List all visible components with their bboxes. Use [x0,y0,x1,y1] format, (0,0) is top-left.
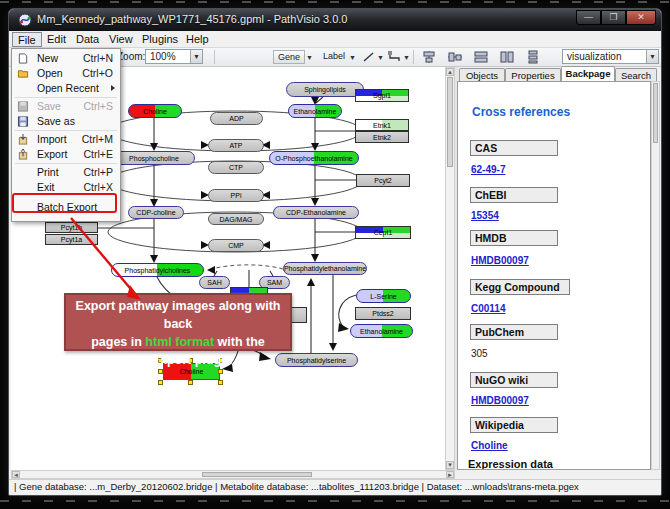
menu-view[interactable]: View [104,32,138,47]
node-cdp-ethanolamine[interactable]: CDP-Ethanolamine [273,206,359,219]
close-button[interactable]: ✕ [626,10,656,25]
menu-item-import[interactable]: ImportCtrl+M [13,132,119,147]
node-ctp[interactable]: CTP [208,161,264,174]
node-pcyt1b[interactable]: Pcyt1b [45,222,98,233]
node-ethanolamine-top[interactable]: Ethanolamine [288,104,342,118]
visualization-combobox[interactable]: visualization ▼ [562,49,659,64]
xref-link-nugo[interactable]: HMDB00097 [471,395,529,406]
minimize-button[interactable]: — [576,10,601,25]
canvas-horizontal-scrollbar[interactable]: ◄ ► [11,470,455,479]
tab-objects[interactable]: Objects [459,68,505,82]
xref-link-wikipedia[interactable]: Choline [471,440,508,451]
node-sah[interactable]: SAH [199,276,230,289]
submenu-arrow-icon [111,85,115,91]
connector-tool-icon[interactable] [387,50,403,64]
node-pcyt1a[interactable]: Pcyt1a [45,234,98,245]
save-as-icon [17,116,29,127]
node-ptdss2[interactable]: Ptdss2 [355,307,411,320]
xref-link-chebi[interactable]: 15354 [471,210,499,221]
node-adp[interactable]: ADP [210,112,263,125]
stack-icon[interactable] [525,50,541,64]
save-icon [17,101,29,112]
status-bar: | Gene database: ...m_Derby_20120602.bri… [9,479,661,494]
xref-link-kegg[interactable]: C00114 [471,303,505,314]
node-cmp[interactable]: CMP [208,239,264,252]
menu-edit[interactable]: Edit [42,32,71,47]
selection-handle[interactable] [218,369,223,374]
selection-handle[interactable] [158,380,163,385]
node-o-phosphoethanolamine[interactable]: O-Phosphoethanolamine [269,151,359,165]
scroll-down-icon[interactable]: ▼ [446,461,454,469]
selection-handle[interactable] [158,369,163,374]
menu-item-print[interactable]: PrintCtrl+P [13,165,119,180]
annotation-callout: Export pathway images along with back pa… [64,293,292,351]
callout-highlight: html format [145,335,214,349]
scroll-up-icon[interactable]: ▲ [446,68,454,76]
node-etnk1[interactable]: Etnk1 [355,119,409,131]
menu-help[interactable]: Help [181,32,214,47]
gene-dropdown-icon[interactable]: ▼ [306,54,313,61]
align-middle-icon[interactable] [447,50,463,64]
chevron-down-icon[interactable]: ▼ [646,50,658,63]
scroll-right-icon[interactable]: ► [446,471,454,478]
tab-properties[interactable]: Properties [505,68,561,82]
line-dropdown-icon[interactable]: ▼ [377,54,384,61]
menu-item-save-as[interactable]: Save as [13,114,119,129]
xref-link-hmdb[interactable]: HMDB00097 [471,255,529,266]
node-sphingolipids[interactable]: Sphingolipids [286,82,364,97]
menu-data[interactable]: Data [71,32,104,47]
scrollbar-thumb[interactable] [202,472,312,477]
align-center-icon[interactable] [421,50,437,64]
canvas-vertical-scrollbar[interactable]: ▲ ▼ [445,67,455,470]
scroll-left-icon[interactable]: ◄ [12,471,20,478]
node-phosphatidylethanolamine[interactable]: Phosphatidylethanolamine [283,262,367,275]
scrollbar-thumb[interactable] [653,83,658,143]
zoom-combobox[interactable]: 100% ▼ [145,49,203,64]
label-template-button[interactable]: Label [319,50,349,64]
screen-artifact-top [0,1,670,3]
node-cdp-choline[interactable]: CDP-choline [128,206,184,219]
node-choline-top[interactable]: Choline [128,104,182,118]
connector-dropdown-icon[interactable]: ▼ [403,54,410,61]
node-dag-mag[interactable]: DAG/MAG [208,213,264,225]
new-document-icon [17,53,29,64]
maximize-button[interactable]: ❐ [601,10,626,25]
gene-template-button[interactable]: Gene [273,50,305,64]
xref-link-cas[interactable]: 62-49-7 [471,164,505,175]
visualization-value: visualization [567,51,621,62]
node-cept1[interactable]: Cept1 [355,226,411,239]
menu-item-open[interactable]: OpenCtrl+O [13,66,119,81]
node-ethanolamine-bottom[interactable]: Ethanolamine [350,324,413,338]
node-atp[interactable]: ATP [208,139,264,152]
line-tool-icon[interactable] [361,50,377,64]
screen-artifact-bottom [0,500,670,502]
panel-scrollbar[interactable] [651,81,660,470]
backpage-panel: Cross references CAS 62-49-7 ChEBI 15354… [457,81,651,470]
menu-item-open-recent[interactable]: Open Recent [13,81,119,96]
pathvisio-window: Mm_Kennedy_pathway_WP1771_45176.gpml - P… [8,8,662,496]
node-pcyt2[interactable]: Pcyt2 [356,174,410,187]
node-ppi[interactable]: PPi [208,189,264,202]
chevron-down-icon[interactable]: ▼ [190,50,202,63]
menu-item-new[interactable]: NewCtrl+N [13,51,119,66]
tab-search[interactable]: Search [615,68,657,82]
selection-handle[interactable] [188,380,193,385]
menu-file[interactable]: File [12,32,42,47]
menu-plugins[interactable]: Plugins [137,32,183,47]
node-etnk2[interactable]: Etnk2 [355,131,409,143]
node-sgpl1[interactable]: Sgpl1 [355,89,409,102]
selection-handle[interactable] [218,380,223,385]
status-text: | Gene database: ...m_Derby_20120602.bri… [14,481,579,492]
screen-background: Mm_Kennedy_pathway_WP1771_45176.gpml - P… [0,0,670,509]
label-dropdown-icon[interactable]: ▼ [349,54,356,61]
node-l-serine[interactable]: L-Serine [356,289,411,303]
common-width-icon[interactable] [473,50,489,64]
common-height-icon[interactable] [499,50,515,64]
menu-item-save: SaveCtrl+S [13,99,119,114]
node-phosphatidylcholines[interactable]: Phosphatidylcholines [111,263,204,277]
node-phosphocholine[interactable]: Phosphocholine [113,151,195,165]
scrollbar-thumb[interactable] [447,77,453,167]
batch-export-highlight-box [12,193,117,213]
tab-backpage[interactable]: Backpage [561,66,615,82]
menu-item-export[interactable]: ExportCtrl+E [13,147,119,162]
